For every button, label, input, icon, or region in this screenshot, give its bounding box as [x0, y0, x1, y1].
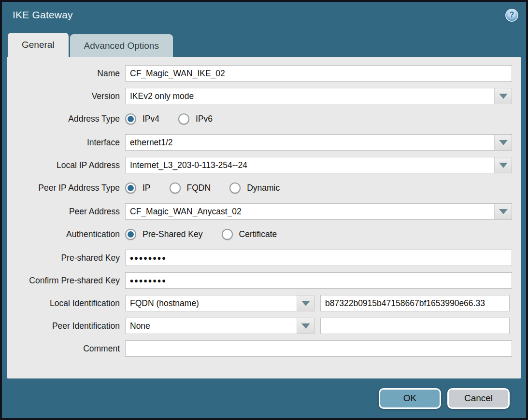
preshared-key-row: Pre-shared Key ••••••••	[7, 250, 521, 266]
titlebar: IKE Gateway ?	[2, 2, 526, 28]
peer-identification-dropdown-button[interactable]	[297, 318, 314, 334]
local-ip-value[interactable]: Internet_L3_203-0-113-254--24	[125, 157, 495, 173]
chevron-down-icon	[499, 209, 508, 214]
version-dropdown[interactable]: IKEv2 only mode	[125, 88, 512, 104]
dialog-title: IKE Gateway	[13, 9, 73, 21]
chevron-down-icon	[499, 94, 508, 99]
dialog-footer: OK Cancel	[2, 378, 526, 418]
local-ip-row: Local IP Address Internet_L3_203-0-113-2…	[7, 157, 521, 173]
peer-identification-type-value[interactable]: None	[125, 318, 297, 334]
name-label: Name	[7, 69, 125, 79]
radio-selected-icon[interactable]	[125, 182, 136, 194]
version-dropdown-button[interactable]	[495, 88, 512, 104]
peer-address-dropdown-button[interactable]	[495, 203, 512, 220]
radio-selected-icon[interactable]	[125, 113, 136, 125]
general-tab-panel: Name CF_Magic_WAN_IKE_02 Version IKEv2 o…	[7, 57, 521, 378]
radio-unselected-icon[interactable]	[178, 113, 189, 125]
radio-dynamic-label: Dynamic	[247, 183, 280, 193]
peer-address-row: Peer Address CF_Magic_WAN_Anycast_02	[7, 203, 521, 220]
local-identification-type-value[interactable]: FQDN (hostname)	[125, 295, 297, 311]
version-row: Version IKEv2 only mode	[7, 88, 521, 104]
radio-ipv6-label: IPv6	[196, 114, 213, 124]
peer-identification-input[interactable]	[320, 318, 510, 334]
peer-identification-row: Peer Identification None	[7, 318, 521, 334]
name-row: Name CF_Magic_WAN_IKE_02	[7, 65, 521, 82]
version-value[interactable]: IKEv2 only mode	[125, 88, 495, 104]
local-ip-dropdown-button[interactable]	[495, 157, 512, 173]
interface-value[interactable]: ethernet1/2	[125, 134, 495, 151]
radio-psk-label: Pre-Shared Key	[143, 229, 203, 239]
local-identification-input[interactable]: b87322b0915b47158667bf1653990e66.33	[320, 295, 510, 311]
help-icon[interactable]: ?	[505, 9, 518, 22]
confirm-preshared-key-row: Confirm Pre-shared Key ••••••••	[7, 272, 521, 289]
local-identification-type-dropdown[interactable]: FQDN (hostname)	[125, 295, 314, 311]
tab-bar: General Advanced Options	[2, 33, 526, 57]
local-ip-dropdown[interactable]: Internet_L3_203-0-113-254--24	[125, 157, 512, 173]
tab-general[interactable]: General	[8, 33, 69, 57]
interface-label: Interface	[7, 138, 125, 148]
comment-label: Comment	[7, 344, 125, 354]
radio-selected-icon[interactable]	[125, 229, 136, 240]
radio-fqdn[interactable]: FQDN	[170, 182, 211, 194]
tab-advanced-options[interactable]: Advanced Options	[70, 34, 173, 57]
peer-address-value[interactable]: CF_Magic_WAN_Anycast_02	[125, 203, 495, 220]
chevron-down-icon	[499, 163, 508, 168]
radio-unselected-icon[interactable]	[222, 229, 233, 240]
comment-input[interactable]	[125, 340, 512, 357]
peer-address-label: Peer Address	[7, 207, 125, 217]
radio-dynamic[interactable]: Dynamic	[229, 182, 280, 194]
local-identification-row: Local Identification FQDN (hostname) b87…	[7, 295, 521, 311]
radio-pre-shared-key[interactable]: Pre-Shared Key	[125, 229, 203, 240]
address-type-label: Address Type	[7, 114, 125, 124]
local-identification-label: Local Identification	[7, 298, 125, 308]
confirm-preshared-key-input[interactable]: ••••••••	[125, 272, 512, 289]
ike-gateway-dialog: IKE Gateway ? General Advanced Options N…	[0, 0, 528, 420]
preshared-key-label: Pre-shared Key	[7, 253, 125, 263]
radio-fqdn-label: FQDN	[187, 183, 211, 193]
chevron-down-icon	[499, 140, 508, 145]
interface-dropdown[interactable]: ethernet1/2	[125, 134, 512, 151]
cancel-button[interactable]: Cancel	[447, 388, 510, 409]
ok-button[interactable]: OK	[379, 388, 441, 409]
local-identification-dropdown-button[interactable]	[297, 295, 314, 311]
address-type-row: Address Type IPv4 IPv6	[7, 111, 521, 127]
peer-identification-type-dropdown[interactable]: None	[125, 318, 314, 334]
peer-ip-type-options: IP FQDN Dynamic	[125, 182, 280, 194]
radio-unselected-icon[interactable]	[170, 182, 181, 194]
radio-certificate[interactable]: Certificate	[222, 229, 277, 240]
question-mark-glyph: ?	[510, 11, 514, 19]
peer-identification-label: Peer Identification	[7, 321, 125, 331]
peer-address-dropdown[interactable]: CF_Magic_WAN_Anycast_02	[125, 203, 512, 220]
interface-dropdown-button[interactable]	[495, 134, 512, 151]
radio-ipv6[interactable]: IPv6	[178, 113, 213, 125]
local-ip-label: Local IP Address	[7, 160, 125, 170]
name-input[interactable]: CF_Magic_WAN_IKE_02	[125, 65, 512, 82]
interface-row: Interface ethernet1/2	[7, 134, 521, 151]
radio-ipv4[interactable]: IPv4	[125, 113, 159, 125]
version-label: Version	[7, 91, 125, 101]
radio-ip-label: IP	[143, 183, 151, 193]
peer-ip-type-label: Peer IP Address Type	[7, 183, 125, 193]
peer-ip-type-row: Peer IP Address Type IP FQDN Dynamic	[7, 180, 521, 196]
chevron-down-icon	[301, 323, 310, 329]
comment-row: Comment	[7, 340, 521, 357]
radio-unselected-icon[interactable]	[229, 182, 241, 194]
chevron-down-icon	[301, 301, 310, 306]
radio-ipv4-label: IPv4	[143, 114, 159, 124]
authentication-row: Authentication Pre-Shared Key Certificat…	[7, 226, 521, 242]
radio-ip[interactable]: IP	[125, 182, 151, 194]
confirm-preshared-key-label: Confirm Pre-shared Key	[7, 276, 125, 286]
preshared-key-input[interactable]: ••••••••	[125, 250, 512, 266]
radio-certificate-label: Certificate	[239, 229, 277, 239]
address-type-options: IPv4 IPv6	[125, 113, 213, 125]
authentication-options: Pre-Shared Key Certificate	[125, 229, 277, 240]
authentication-label: Authentication	[7, 229, 125, 239]
